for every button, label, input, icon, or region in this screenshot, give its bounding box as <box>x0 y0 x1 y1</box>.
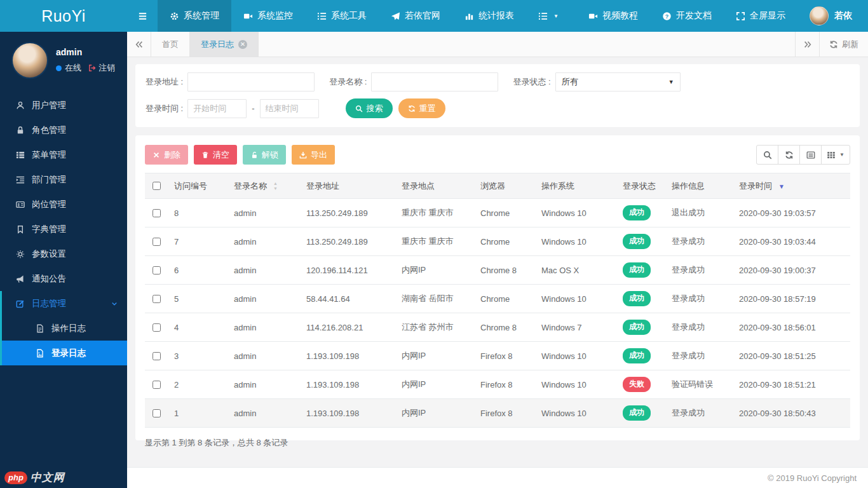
thlist-icon <box>16 151 25 159</box>
sidebar-item-参数设置[interactable]: 参数设置 <box>0 241 127 266</box>
sidebar-item-label: 日志管理 <box>32 298 66 309</box>
tabs-scroll-left-button[interactable] <box>127 32 151 57</box>
nav-right-item-若依[interactable]: 若依 <box>797 0 864 32</box>
columns-button[interactable]: ▼ <box>821 145 850 165</box>
nav-item-label: 开发文档 <box>676 10 712 22</box>
row-checkbox[interactable] <box>153 238 161 246</box>
row-checkbox[interactable] <box>153 266 161 274</box>
cell-login-address: 1.193.109.198 <box>301 370 397 399</box>
trash-icon <box>201 151 209 159</box>
column-header-登录地点[interactable]: 登录地点 <box>397 173 475 199</box>
table-row[interactable]: 3 admin 1.193.109.198 内网IP Firefox 8 Win… <box>145 342 850 370</box>
show-search-button[interactable] <box>756 145 778 165</box>
column-header-登录状态[interactable]: 登录状态 <box>618 173 667 199</box>
sidebar-item-角色管理[interactable]: 角色管理 <box>0 118 127 142</box>
nav-item-系统监控[interactable]: 系统监控 <box>231 0 305 32</box>
navbar-right: 视频教程?开发文档全屏显示若依 <box>576 0 868 32</box>
search-button[interactable]: 搜索 <box>346 98 393 118</box>
export-button[interactable]: 导出 <box>292 145 335 165</box>
login-name-input[interactable] <box>371 72 498 92</box>
row-checkbox[interactable] <box>153 323 161 332</box>
search-icon <box>355 105 363 112</box>
status-badge: 成功 <box>623 320 651 335</box>
sidebar-item-登录日志[interactable]: 登录日志 <box>2 341 127 365</box>
cell-login-name: admin <box>229 256 301 285</box>
sidebar-item-通知公告[interactable]: 通知公告 <box>0 266 127 291</box>
sidebar-item-日志管理[interactable]: 日志管理 <box>2 291 127 316</box>
logout-button[interactable]: 注销 <box>88 62 115 74</box>
cell-os: Windows 10 <box>536 199 618 227</box>
table-row[interactable]: 5 admin 58.44.41.64 湖南省 岳阳市 Chrome Windo… <box>145 285 850 313</box>
sort-both-icon[interactable]: ▲▼ <box>273 181 278 191</box>
nav-item-若依官网[interactable]: 若依官网 <box>379 0 452 32</box>
tab-home[interactable]: 首页 <box>151 32 190 57</box>
table-row[interactable]: 8 admin 113.250.249.189 重庆市 重庆市 Chrome W… <box>145 199 850 227</box>
avatar[interactable] <box>11 42 48 79</box>
table-row[interactable]: 4 admin 114.216.208.21 江苏省 苏州市 Chrome 8 … <box>145 313 850 342</box>
nav-right-item-视频教程[interactable]: 视频教程 <box>576 0 650 32</box>
row-checkbox[interactable] <box>153 295 161 303</box>
nav-item-系统工具[interactable]: 系统工具 <box>305 0 379 32</box>
column-header-访问编号[interactable]: 访问编号 <box>169 173 229 199</box>
login-status-select[interactable]: 所有 ▼ <box>555 72 681 92</box>
cell-message: 登录成功 <box>667 227 734 256</box>
select-all-header <box>145 173 169 199</box>
list-icon <box>538 11 548 21</box>
end-time-input[interactable] <box>260 99 319 118</box>
sidebar-item-字典管理[interactable]: 字典管理 <box>0 217 127 241</box>
sidebar-item-菜单管理[interactable]: 菜单管理 <box>0 142 127 167</box>
table-row[interactable]: 2 admin 1.193.109.198 内网IP Firefox 8 Win… <box>145 370 850 399</box>
column-header-登录名称[interactable]: 登录名称▲▼ <box>229 173 301 199</box>
column-header-操作系统[interactable]: 操作系统 <box>536 173 618 199</box>
cell-os: Windows 10 <box>536 342 618 370</box>
column-header-登录时间[interactable]: 登录时间▼ <box>734 173 850 199</box>
toggle-view-button[interactable] <box>799 145 822 165</box>
logout-label: 注销 <box>98 62 115 74</box>
sidebar-item-操作日志[interactable]: 操作日志 <box>2 316 127 341</box>
nav-right-item-全屏显示[interactable]: 全屏显示 <box>724 0 797 32</box>
column-label: 登录状态 <box>623 181 656 191</box>
table-row[interactable]: 6 admin 120.196.114.121 内网IP Chrome 8 Ma… <box>145 256 850 285</box>
sort-desc-icon[interactable]: ▼ <box>778 183 785 190</box>
delete-button[interactable]: 删除 <box>145 145 188 165</box>
bullhorn-icon <box>16 274 25 283</box>
nav-item-统计报表[interactable]: 统计报表 <box>452 0 526 32</box>
tab-refresh-button[interactable]: 刷新 <box>819 32 868 57</box>
row-checkbox[interactable] <box>153 381 161 389</box>
nav-item-系统管理[interactable]: 系统管理 <box>158 0 231 32</box>
start-time-input[interactable] <box>187 99 247 118</box>
cell-login-location: 内网IP <box>397 370 475 399</box>
column-header-登录地址[interactable]: 登录地址 <box>301 173 397 199</box>
column-header-操作信息[interactable]: 操作信息 <box>667 173 734 199</box>
row-checkbox[interactable] <box>153 352 161 360</box>
sidebar-item-用户管理[interactable]: 用户管理 <box>0 93 127 118</box>
tabs-scroll-right-button[interactable] <box>795 32 819 57</box>
refresh-table-button[interactable] <box>778 145 800 165</box>
unlock-button[interactable]: 解锁 <box>243 145 286 165</box>
column-label: 访问编号 <box>174 181 207 191</box>
clear-button[interactable]: 清空 <box>194 145 237 165</box>
login-address-label: 登录地址 : <box>146 76 183 88</box>
login-address-input[interactable] <box>187 72 315 92</box>
main-menu: 系统管理系统监控系统工具若依官网统计报表▼ <box>158 0 571 32</box>
row-checkbox[interactable] <box>153 209 161 217</box>
nav-item-menu-switch[interactable]: ▼ <box>526 0 571 32</box>
reset-button[interactable]: 重置 <box>398 98 445 118</box>
cell-browser: Firefox 8 <box>475 370 536 399</box>
nav-right-item-开发文档[interactable]: ?开发文档 <box>650 0 724 32</box>
table-row[interactable]: 7 admin 113.250.249.189 重庆市 重庆市 Chrome W… <box>145 227 850 256</box>
close-icon[interactable]: ✕ <box>238 40 247 49</box>
cell-login-address: 1.193.109.198 <box>301 399 397 428</box>
column-header-浏览器[interactable]: 浏览器 <box>475 173 536 199</box>
tab-login-log[interactable]: 登录日志 ✕ <box>190 32 259 57</box>
sidebar-toggle-button[interactable] <box>127 0 158 32</box>
row-checkbox[interactable] <box>153 409 161 417</box>
table-row[interactable]: 1 admin 1.193.109.198 内网IP Firefox 8 Win… <box>145 399 850 428</box>
cell-login-location: 重庆市 重庆市 <box>397 199 475 227</box>
idcard-icon <box>16 200 25 209</box>
cell-login-name: admin <box>229 399 301 428</box>
select-all-checkbox[interactable] <box>153 182 161 190</box>
cell-browser: Chrome <box>475 199 536 227</box>
sidebar-item-部门管理[interactable]: 部门管理 <box>0 167 127 192</box>
sidebar-item-岗位管理[interactable]: 岗位管理 <box>0 192 127 217</box>
